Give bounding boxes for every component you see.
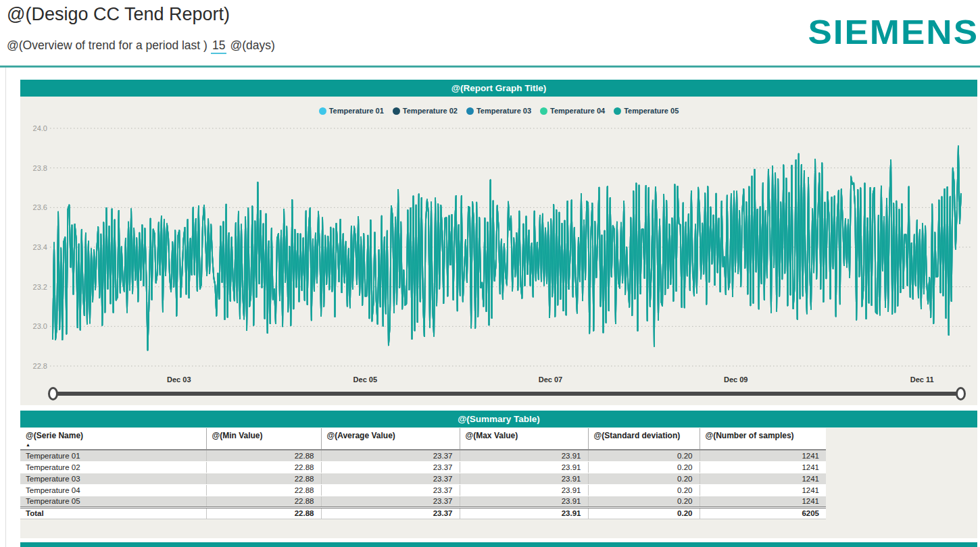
subtitle-suffix: @(days)	[230, 38, 274, 52]
value-cell: 23.91	[460, 473, 588, 484]
svg-text:23.8: 23.8	[33, 164, 47, 172]
value-cell: 22.88	[206, 484, 321, 496]
column-header-4[interactable]: @(Standard deviation)	[588, 428, 700, 450]
value-cell: 1241	[700, 450, 826, 461]
value-cell: 23.37	[321, 507, 460, 519]
table-row: Temperature 0422.8823.3723.910.201241	[20, 484, 826, 496]
svg-text:Dec 11: Dec 11	[910, 375, 934, 384]
slider-track[interactable]	[53, 392, 961, 396]
value-cell: 0.20	[588, 473, 700, 484]
svg-text:Dec 09: Dec 09	[724, 375, 748, 384]
legend-dot-icon	[614, 107, 621, 115]
table-row: Temperature 0122.8823.3723.910.201241	[20, 450, 826, 461]
slider-handle-start[interactable]	[48, 387, 58, 400]
legend-item: Temperature 04	[540, 107, 605, 115]
table-row: Temperature 0322.8823.3723.910.201241	[20, 473, 826, 484]
column-header-1[interactable]: @(Min Value)	[206, 428, 321, 450]
svg-text:Dec 05: Dec 05	[353, 375, 377, 384]
sort-ascending-icon: ▲	[26, 442, 201, 447]
report-page: @(Desigo CC Tend Report) @(Overview of t…	[0, 0, 980, 547]
value-cell: 23.91	[460, 496, 588, 507]
legend-item: Temperature 03	[466, 107, 531, 115]
column-header-2[interactable]: @(Average Value)	[321, 428, 460, 450]
window-left-border	[5, 68, 6, 547]
svg-text:23.2: 23.2	[33, 283, 47, 291]
table-row: Temperature 0522.8823.3723.910.201241	[20, 496, 826, 507]
svg-text:23.6: 23.6	[33, 203, 47, 211]
legend-dot-icon	[319, 107, 326, 115]
page-title: @(Desigo CC Tend Report)	[7, 4, 230, 25]
next-section-bar	[20, 542, 977, 547]
value-cell: 23.37	[321, 496, 460, 507]
value-cell: 23.91	[460, 507, 588, 519]
summary-table-header: @(Serie Name)▲@(Min Value)@(Average Valu…	[20, 428, 826, 450]
legend-label: Temperature 04	[550, 107, 605, 115]
svg-text:Dec 03: Dec 03	[167, 375, 191, 384]
header-divider	[0, 66, 980, 68]
value-cell: 23.91	[460, 484, 588, 496]
column-header-3[interactable]: @(Max Value)	[460, 428, 588, 450]
time-range-slider	[20, 384, 977, 405]
y-axis-labels: 24.023.823.623.423.223.022.8	[33, 124, 47, 370]
serie-name-cell: Temperature 02	[20, 461, 206, 473]
column-header-0[interactable]: @(Serie Name)▲	[20, 428, 206, 450]
serie-name-cell: Temperature 01	[20, 450, 206, 461]
subtitle-prefix: @(Overview of trend for a period last )	[7, 38, 207, 52]
legend-item: Temperature 01	[319, 107, 384, 115]
legend-dot-icon	[540, 107, 547, 115]
column-header-5[interactable]: @(Number of samples)	[700, 428, 826, 450]
graph-title-bar: @(Report Graph Title)	[20, 80, 977, 97]
value-cell: 1241	[700, 461, 826, 473]
slider-handle-end[interactable]	[956, 387, 966, 400]
summary-table-body: Temperature 0122.8823.3723.910.201241Tem…	[20, 450, 826, 519]
value-cell: 0.20	[588, 461, 700, 473]
column-header-label: @(Serie Name)	[26, 431, 83, 440]
column-header-label: @(Max Value)	[466, 431, 518, 440]
value-cell: 0.20	[588, 496, 700, 507]
value-cell: 22.88	[206, 450, 321, 461]
value-cell: 22.88	[206, 473, 321, 484]
serie-name-cell: Temperature 05	[20, 496, 206, 507]
table-total-row: Total22.8823.3723.910.206205	[20, 507, 826, 519]
table-row: Temperature 0222.8823.3723.910.201241	[20, 461, 826, 473]
serie-name-cell: Temperature 03	[20, 473, 206, 484]
value-cell: 22.88	[206, 507, 321, 519]
summary-title-bar: @(Summary Table)	[20, 411, 977, 427]
value-cell: 22.88	[206, 461, 321, 473]
summary-table: @(Serie Name)▲@(Min Value)@(Average Valu…	[20, 428, 826, 519]
period-days-field[interactable]: 15	[211, 38, 226, 54]
value-cell: 0.20	[588, 484, 700, 496]
svg-text:22.8: 22.8	[33, 362, 47, 370]
value-cell: 1241	[700, 496, 826, 507]
svg-text:Dec 07: Dec 07	[539, 375, 562, 384]
trend-graph-panel: @(Report Graph Title) Temperature 01Temp…	[20, 80, 977, 405]
column-header-label: @(Average Value)	[327, 431, 395, 440]
legend-dot-icon	[393, 107, 400, 115]
value-cell: 0.20	[588, 450, 700, 461]
legend-label: Temperature 03	[476, 107, 531, 115]
legend-label: Temperature 02	[403, 107, 458, 115]
value-cell: 0.20	[588, 507, 700, 519]
value-cell: 22.88	[206, 496, 321, 507]
value-cell: 6205	[700, 507, 826, 519]
value-cell: 23.37	[321, 450, 460, 461]
svg-text:23.0: 23.0	[33, 322, 47, 330]
legend-label: Temperature 01	[329, 107, 384, 115]
value-cell: 23.37	[321, 484, 460, 496]
series-traces	[53, 146, 961, 350]
serie-name-cell: Temperature 04	[20, 484, 206, 496]
page-subtitle: @(Overview of trend for a period last )1…	[7, 38, 275, 54]
value-cell: 23.37	[321, 473, 460, 484]
column-header-label: @(Standard deviation)	[594, 431, 681, 440]
trend-line-chart: 24.023.823.623.423.223.022.8Dec 03Dec 05…	[20, 120, 977, 388]
serie-name-cell: Total	[20, 507, 206, 519]
value-cell: 23.37	[321, 461, 460, 473]
value-cell: 1241	[700, 473, 826, 484]
column-header-label: @(Min Value)	[212, 431, 263, 440]
value-cell: 1241	[700, 484, 826, 496]
x-axis-labels: Dec 03Dec 05Dec 07Dec 09Dec 11	[167, 375, 934, 384]
summary-table-panel: @(Summary Table) @(Serie Name)▲@(Min Val…	[20, 411, 977, 538]
value-cell: 23.91	[460, 461, 588, 473]
legend-item: Temperature 02	[393, 107, 458, 115]
series-trace-temperature-05	[53, 146, 961, 350]
